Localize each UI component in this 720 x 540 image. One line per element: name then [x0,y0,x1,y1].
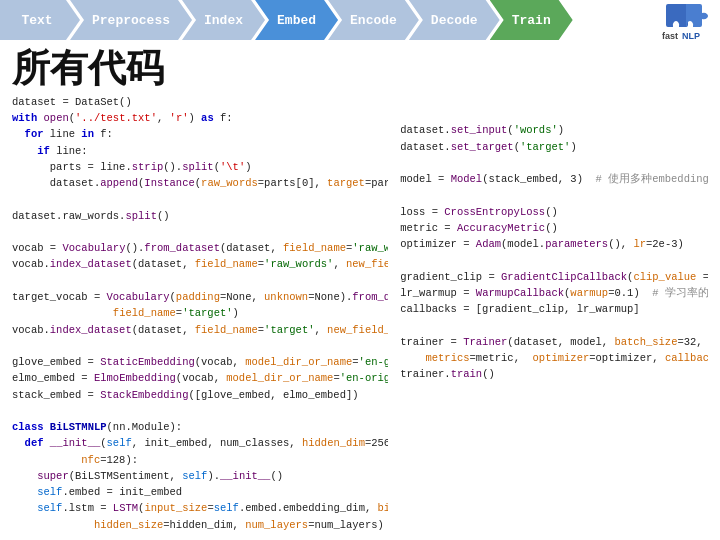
nav-item-decode[interactable]: Decode [409,0,500,40]
nav-bar: Text Preprocess Index Embed Encode Decod… [0,0,720,40]
nav-label-encode: Encode [350,13,397,28]
nav-label-preprocess: Preprocess [92,13,170,28]
nav-label-index: Index [204,13,243,28]
svg-text:fast: fast [662,31,678,41]
nav-item-text[interactable]: Text [0,0,80,40]
logo-icon: fastNLP [658,0,710,41]
nav-label-train: Train [512,13,551,28]
nav-item-encode[interactable]: Encode [328,0,419,40]
nav-item-embed[interactable]: Embed [255,0,338,40]
nav-label-text: Text [21,13,52,28]
svg-text:NLP: NLP [682,31,700,41]
nav-label-decode: Decode [431,13,478,28]
nav-item-train[interactable]: Train [490,0,573,40]
left-panel: 所有代码 dataset = DataSet() with open('../t… [12,48,388,532]
right-panel: dataset.set_input('words') dataset.set_t… [400,48,708,532]
left-code-block: dataset = DataSet() with open('../test.t… [12,94,388,532]
right-code-block: dataset.set_input('words') dataset.set_t… [400,106,708,383]
nav-item-index[interactable]: Index [182,0,265,40]
logo-area: fastNLP [658,0,720,40]
fastnlp-logo: fastNLP [658,0,710,41]
page-title: 所有代码 [12,48,388,90]
nav-item-preprocess[interactable]: Preprocess [70,0,192,40]
main-content: 所有代码 dataset = DataSet() with open('../t… [0,40,720,540]
nav-label-embed: Embed [277,13,316,28]
